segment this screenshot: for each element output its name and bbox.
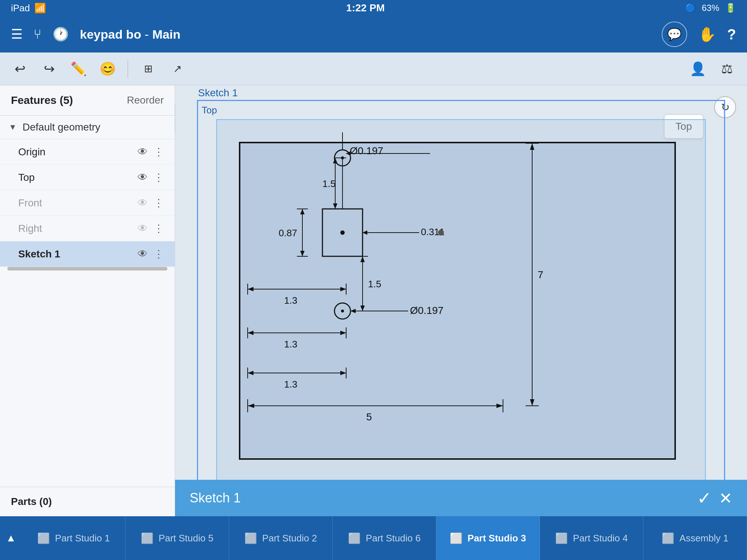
- top-menu-icon[interactable]: ⋮: [154, 171, 164, 183]
- feature-sketch1[interactable]: Sketch 1 👁 ⋮: [0, 241, 175, 267]
- right-menu-icon[interactable]: ⋮: [154, 222, 164, 234]
- origin-menu-icon[interactable]: ⋮: [154, 146, 164, 158]
- svg-point-44: [341, 310, 344, 312]
- status-time: 1:22 PM: [346, 2, 385, 14]
- tab-label-a: Assembly 1: [680, 533, 728, 544]
- section-label: Default geometry: [23, 121, 100, 133]
- svg-marker-57: [248, 404, 254, 408]
- tab-part-studio-3[interactable]: ⬜ Part Studio 3: [436, 516, 540, 560]
- toolbar-divider: [128, 60, 128, 78]
- part-rectangle: Ø0.197 1.5: [239, 142, 676, 460]
- svg-point-14: [340, 230, 345, 235]
- chevron-down-icon[interactable]: ▼: [9, 122, 17, 132]
- battery-label: 63%: [702, 3, 719, 13]
- svg-text:1.5: 1.5: [322, 178, 336, 189]
- sidebar: Features (5) Reorder ‹ ▼ Default geometr…: [0, 85, 175, 516]
- tab-part-studio-4[interactable]: ⬜ Part Studio 4: [540, 516, 643, 560]
- top-visibility-icon[interactable]: 👁: [138, 171, 148, 183]
- menu-button[interactable]: ☰: [11, 27, 23, 42]
- title-bar: ☰ ⑂ 🕐 keypad bo - Main 💬 ✋ ?: [0, 16, 747, 52]
- hand-icon[interactable]: ✋: [698, 26, 716, 43]
- origin-label: Origin: [18, 146, 132, 158]
- grid-button[interactable]: ⊞: [135, 56, 161, 82]
- front-visibility-icon[interactable]: 👁: [138, 197, 148, 209]
- svg-marker-52: [340, 371, 346, 375]
- tab-label-5: Part Studio 5: [159, 533, 213, 544]
- svg-marker-35: [360, 306, 365, 311]
- sketch-confirm-close-button[interactable]: ✕: [719, 489, 732, 508]
- svg-text:7: 7: [538, 269, 543, 280]
- front-menu-icon[interactable]: ⋮: [154, 197, 164, 209]
- bluetooth-icon: 🔵: [685, 3, 696, 13]
- sketch1-visibility-icon[interactable]: 👁: [138, 248, 148, 260]
- sketch-geometry: Ø0.197 1.5: [211, 114, 704, 487]
- tab-part-studio-5[interactable]: ⬜ Part Studio 5: [125, 516, 229, 560]
- feature-front[interactable]: Front 👁 ⋮: [0, 190, 175, 216]
- tab-icon-3: ⬜: [450, 532, 462, 544]
- tab-icon-2: ⬜: [244, 532, 257, 544]
- tab-label-4: Part Studio 4: [573, 533, 628, 544]
- sketch1-menu-icon[interactable]: ⋮: [154, 248, 164, 260]
- help-icon[interactable]: ?: [727, 26, 736, 43]
- tab-icon-a: ⬜: [662, 532, 674, 544]
- person-button[interactable]: 👤: [685, 56, 711, 82]
- svg-point-24: [438, 230, 444, 236]
- svg-marker-46: [351, 309, 356, 313]
- status-right: 🔵 63% 🔋: [685, 3, 736, 13]
- parts-section: Parts (0): [0, 487, 175, 516]
- history-icon[interactable]: 🕐: [53, 27, 69, 42]
- svg-marker-63: [530, 143, 534, 150]
- reorder-button[interactable]: Reorder: [127, 94, 164, 106]
- feature-origin[interactable]: Origin 👁 ⋮: [0, 139, 175, 165]
- comment-button[interactable]: 💬: [662, 22, 687, 47]
- battery-icon: 🔋: [725, 3, 736, 13]
- tab-part-studio-1[interactable]: ⬜ Part Studio 1: [22, 516, 125, 560]
- tab-label-2: Part Studio 2: [262, 533, 317, 544]
- sketch1-label: Sketch 1: [18, 248, 132, 260]
- tab-scroll-left[interactable]: ▲: [0, 516, 22, 560]
- svg-marker-29: [340, 287, 346, 291]
- svg-text:Ø0.197: Ø0.197: [410, 305, 444, 316]
- scale-button[interactable]: ⚖: [714, 56, 740, 82]
- svg-marker-51: [248, 371, 253, 375]
- svg-text:Ø0.197: Ø0.197: [350, 145, 383, 156]
- title-bar-right: 💬 ✋ ?: [662, 22, 736, 47]
- undo-button[interactable]: ↩: [7, 56, 33, 82]
- feature-top[interactable]: Top 👁 ⋮: [0, 165, 175, 190]
- redo-button[interactable]: ↪: [36, 56, 62, 82]
- feature-right[interactable]: Right 👁 ⋮: [0, 216, 175, 241]
- tab-icon-6: ⬜: [348, 532, 361, 544]
- tab-icon-5: ⬜: [141, 532, 154, 544]
- wifi-icon: 📶: [34, 3, 46, 14]
- front-label: Front: [18, 197, 132, 209]
- sketch-confirm-title: Sketch 1: [190, 490, 690, 506]
- sketch-confirm-bar: Sketch 1 ✓ ✕: [175, 480, 747, 516]
- tab-part-studio-2[interactable]: ⬜ Part Studio 2: [229, 516, 333, 560]
- svg-marker-64: [530, 399, 534, 406]
- arrow-button[interactable]: ↗: [165, 56, 190, 82]
- parts-title: Parts (0): [11, 496, 52, 507]
- branch-icon[interactable]: ⑂: [34, 27, 42, 42]
- svg-marker-19: [300, 251, 305, 256]
- tab-part-studio-6[interactable]: ⬜ Part Studio 6: [333, 516, 436, 560]
- svg-text:5: 5: [366, 411, 372, 423]
- svg-text:1.3: 1.3: [284, 379, 297, 390]
- sketch-confirm-check-button[interactable]: ✓: [697, 488, 712, 508]
- origin-visibility-icon[interactable]: 👁: [138, 146, 148, 158]
- tab-icon-1: ⬜: [37, 532, 50, 544]
- main-canvas[interactable]: ↻ Top Sketch 1 Top Ø0.197: [175, 85, 747, 516]
- top-label: Top: [18, 172, 132, 183]
- tab-assembly-1[interactable]: ⬜ Assembly 1: [643, 516, 747, 560]
- sketch-outer-border: Sketch 1 Top Ø0.197: [197, 100, 725, 502]
- emoji-button[interactable]: 😊: [95, 56, 120, 82]
- drag-handle[interactable]: [7, 267, 167, 271]
- svg-marker-40: [248, 331, 253, 335]
- sketch-label: Sketch 1: [198, 87, 238, 99]
- svg-text:1.3: 1.3: [284, 339, 297, 350]
- right-label: Right: [18, 223, 132, 234]
- right-visibility-icon[interactable]: 👁: [138, 222, 148, 234]
- svg-text:0.87: 0.87: [279, 228, 297, 238]
- tab-label-6: Part Studio 6: [366, 533, 421, 544]
- svg-marker-10: [333, 158, 337, 163]
- sketch-tool-button[interactable]: ✏️: [66, 56, 91, 82]
